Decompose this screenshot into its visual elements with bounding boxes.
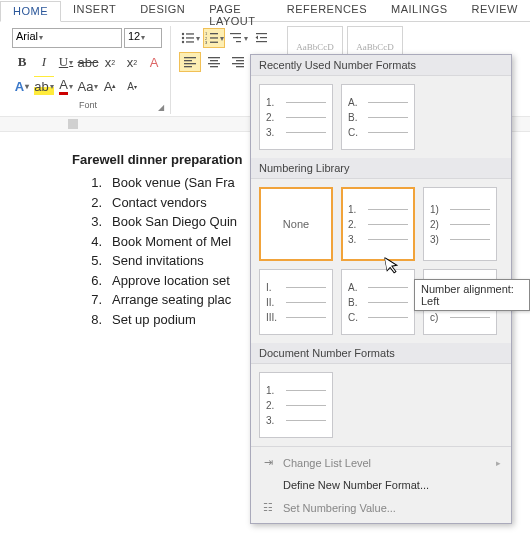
font-size-value: 12 (128, 30, 140, 42)
tab-design[interactable]: DESIGN (128, 0, 197, 21)
svg-rect-21 (184, 63, 196, 64)
svg-rect-3 (186, 37, 194, 38)
svg-rect-12 (230, 33, 241, 34)
outdent-icon (255, 31, 269, 45)
font-group-label: Font◢ (12, 98, 164, 114)
underline-button[interactable]: U▾ (56, 52, 76, 72)
number-format-preview[interactable]: I. II. III. (259, 269, 333, 335)
svg-rect-28 (236, 60, 244, 61)
strikethrough-button[interactable]: abc (78, 52, 98, 72)
svg-rect-30 (236, 66, 244, 67)
font-size-select[interactable]: 12▾ (124, 28, 162, 48)
svg-rect-24 (210, 60, 218, 61)
svg-rect-19 (184, 57, 196, 58)
font-color-button[interactable]: A▾ (56, 76, 76, 96)
text-effects-button[interactable]: A▾ (12, 76, 32, 96)
cmd-label: Set Numbering Value... (283, 502, 396, 514)
number-format-preview[interactable]: 1. 2. 3. (341, 187, 415, 261)
svg-rect-26 (210, 66, 218, 67)
svg-marker-35 (384, 255, 398, 274)
svg-rect-9 (210, 37, 218, 38)
number-list-icon: 123 (205, 31, 219, 45)
svg-point-2 (181, 37, 183, 39)
font-name-select[interactable]: Arial▾ (12, 28, 122, 48)
tooltip: Number alignment: Left (414, 279, 530, 311)
subscript-button[interactable]: x2 (100, 52, 120, 72)
set-numbering-value-cmd: ☷ Set Numbering Value... (251, 496, 511, 519)
superscript-button[interactable]: x2 (122, 52, 142, 72)
multilevel-list-button[interactable]: ▾ (227, 28, 249, 48)
grow-font-button[interactable]: A▴ (100, 76, 120, 96)
tab-page-layout[interactable]: PAGE LAYOUT (197, 0, 275, 21)
tab-home[interactable]: HOME (0, 1, 61, 22)
svg-rect-29 (232, 63, 244, 64)
numbering-button[interactable]: 123 ▾ (203, 28, 225, 48)
align-left-button[interactable] (179, 52, 201, 72)
svg-rect-23 (208, 57, 220, 58)
chevron-down-icon: ▾ (39, 33, 43, 42)
panel-commands: ⇥ Change List Level ▸ Define New Number … (251, 446, 511, 523)
change-list-level-cmd: ⇥ Change List Level ▸ (251, 451, 511, 474)
section-recent-header: Recently Used Number Formats (251, 55, 511, 76)
chevron-down-icon: ▾ (141, 33, 145, 42)
tab-references[interactable]: REFERENCES (275, 0, 379, 21)
shrink-font-button[interactable]: A▾ (122, 76, 142, 96)
list-value-icon: ☷ (261, 501, 275, 514)
tab-mailings[interactable]: MAILINGS (379, 0, 460, 21)
svg-rect-27 (232, 57, 244, 58)
font-name-value: Arial (16, 30, 38, 42)
section-doc-header: Document Number Formats (251, 343, 511, 364)
change-case-button[interactable]: Aa▾ (78, 76, 98, 96)
align-left-icon (183, 55, 197, 69)
section-library-header: Numbering Library (251, 158, 511, 179)
highlight-button[interactable]: ab▾ (34, 76, 54, 96)
svg-point-0 (181, 33, 183, 35)
font-group: Arial▾ 12▾ B I U▾ abc x2 x2 A A▾ ab▾ A▾ … (6, 26, 171, 114)
svg-rect-1 (186, 33, 194, 34)
align-right-icon (231, 55, 245, 69)
svg-marker-18 (256, 36, 259, 40)
svg-rect-5 (186, 41, 194, 42)
svg-rect-13 (233, 37, 241, 38)
svg-rect-15 (256, 33, 267, 34)
clear-format-button[interactable]: A (144, 52, 164, 72)
svg-rect-17 (260, 37, 267, 38)
number-format-preview[interactable]: 1. 2. 3. (259, 84, 333, 150)
svg-text:3: 3 (205, 40, 208, 45)
indent-marker[interactable] (68, 119, 78, 129)
svg-rect-14 (236, 41, 241, 42)
svg-rect-16 (256, 41, 267, 42)
svg-rect-22 (184, 66, 192, 67)
number-format-preview[interactable]: 1) 2) 3) (423, 187, 497, 261)
decrease-indent-button[interactable] (251, 28, 273, 48)
bullet-list-icon (181, 31, 195, 45)
multilevel-list-icon (229, 31, 243, 45)
svg-rect-11 (210, 42, 218, 43)
bold-button[interactable]: B (12, 52, 32, 72)
number-format-preview[interactable]: A. B. C. (341, 269, 415, 335)
align-center-icon (207, 55, 221, 69)
tab-insert[interactable]: INSERT (61, 0, 128, 21)
define-new-number-format-cmd[interactable]: Define New Number Format... (251, 474, 511, 496)
svg-rect-25 (208, 63, 220, 64)
dialog-launcher-icon[interactable]: ◢ (158, 103, 164, 112)
align-center-button[interactable] (203, 52, 225, 72)
cmd-label: Change List Level (283, 457, 371, 469)
chevron-right-icon: ▸ (496, 458, 501, 468)
number-format-preview[interactable]: A. B. C. (341, 84, 415, 150)
italic-button[interactable]: I (34, 52, 54, 72)
indent-icon: ⇥ (261, 456, 275, 469)
svg-rect-20 (184, 60, 192, 61)
tab-review[interactable]: REVIEW (460, 0, 530, 21)
number-format-none[interactable]: None (259, 187, 333, 261)
align-right-button[interactable] (227, 52, 249, 72)
svg-point-4 (181, 41, 183, 43)
cmd-label: Define New Number Format... (283, 479, 429, 491)
bullets-button[interactable]: ▾ (179, 28, 201, 48)
number-format-preview[interactable]: 1. 2. 3. (259, 372, 333, 438)
svg-rect-7 (210, 33, 218, 34)
ribbon-tabs: HOME INSERT DESIGN PAGE LAYOUT REFERENCE… (0, 0, 530, 22)
